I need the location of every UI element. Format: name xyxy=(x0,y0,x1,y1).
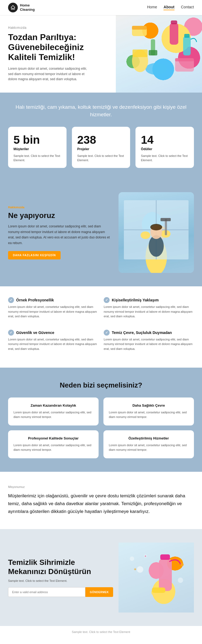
about-image xyxy=(119,192,194,273)
checkmark-icon-1: ✓ xyxy=(105,298,108,302)
about-label: Hakkımızda xyxy=(8,206,110,209)
logo-icon xyxy=(8,3,18,12)
svg-point-4 xyxy=(145,63,167,75)
svg-rect-2 xyxy=(170,23,178,45)
nav-about[interactable]: About xyxy=(163,5,174,10)
hero-section: Hakkımızda Tozdan Parıltıya: Güvenebilec… xyxy=(0,15,202,93)
navbar: Home Cleaning Home About Contact xyxy=(0,0,202,15)
logo: Home Cleaning xyxy=(8,3,35,12)
svg-rect-6 xyxy=(133,50,148,57)
footer-text: Sample text. Click to select the Text El… xyxy=(8,630,194,634)
svg-rect-3 xyxy=(171,20,177,24)
stat-desc-2: Sample text. Click to select the Text El… xyxy=(141,154,189,163)
cta-section: Temizlik Sihrimizle Mekanınızı Dönüştürü… xyxy=(0,529,202,626)
stats-cards: 5 bin Müşteriler Sample text. Click to s… xyxy=(8,127,194,168)
svg-text:✦: ✦ xyxy=(133,567,137,572)
footer: Sample text. Click to select the Text El… xyxy=(0,626,202,638)
mission-text: Müşterilerimiz için olağanüstü, güvenili… xyxy=(8,492,194,516)
about-desc: Lorem ipsum dolor sit amet, consetetur s… xyxy=(8,224,110,246)
checkmark-icon-3: ✓ xyxy=(105,331,108,335)
about-svg xyxy=(119,192,194,273)
svg-point-31 xyxy=(178,578,183,583)
about-section: Hakkımızda Ne yapıyoruz Lorem ipsum dolo… xyxy=(0,179,202,286)
svg-rect-12 xyxy=(184,34,190,38)
stat-card-1: 238 Projeler Sample text. Click to selec… xyxy=(72,127,130,168)
stat-number-0: 5 bin xyxy=(13,134,61,146)
svg-point-28 xyxy=(137,566,143,573)
feature-icon-2: ✓ Güvenlik ve Güvence xyxy=(8,330,98,336)
feature-icon-3: ✓ Temiz Çevre, Suçluluk Duymadan xyxy=(104,330,194,336)
hero-title: Tozdan Parıltıya: Güvenebileceğiniz Kali… xyxy=(8,32,108,62)
hero-desc: Lorem ipsum dolor sit amet, consetetur s… xyxy=(8,66,92,82)
svg-point-29 xyxy=(130,557,134,561)
feature-item-1: ✓ Kişiselleştirilmiş Yaklaşım Lorem ipsu… xyxy=(104,297,194,324)
svg-point-25 xyxy=(180,563,184,566)
why-section: Neden bizi seçmelisiniz? Zaman Kazandıra… xyxy=(0,368,202,472)
why-card-2: Profesyonel Kalitede Sonuçlar Lorem ipsu… xyxy=(8,430,99,458)
feature-desc-2: Lorem ipsum dolor sit amet, consetetur s… xyxy=(8,337,98,351)
why-card-title-2: Profesyonel Kalitede Sonuçlar xyxy=(13,436,93,440)
stat-card-0: 5 bin Müşteriler Sample text. Click to s… xyxy=(8,127,67,168)
feature-title-1: Kişiselleştirilmiş Yaklaşım xyxy=(112,298,159,302)
checkmark-icon-0: ✓ xyxy=(10,298,12,302)
nav-home[interactable]: Home xyxy=(147,5,157,10)
mission-section: Misyonumuz Müşterilerimiz için olağanüst… xyxy=(0,472,202,529)
why-card-title-3: Özelleştirilmiş Hizmetler xyxy=(109,436,189,440)
svg-rect-10 xyxy=(149,50,157,55)
svg-rect-8 xyxy=(175,58,194,61)
stat-card-2: 14 Ödüller Sample text. Click to select … xyxy=(135,127,194,168)
why-card-desc-3: Lorem ipsum dolor sit amet, consetetur s… xyxy=(109,443,189,452)
svg-point-17 xyxy=(141,231,150,239)
email-input[interactable] xyxy=(8,587,85,597)
feature-badge-1: ✓ xyxy=(104,297,110,303)
about-title: Ne yapıyoruz xyxy=(8,211,110,220)
mission-label: Misyonumuz xyxy=(8,485,194,488)
svg-point-22 xyxy=(150,224,162,230)
cta-title: Temizlik Sihrimizle Mekanınızı Dönüştürü… xyxy=(8,558,113,576)
stat-label-1: Projeler xyxy=(77,147,125,151)
features-grid: ✓ Örnek Profesyonellik Lorem ipsum dolor… xyxy=(8,297,194,357)
feature-desc-3: Lorem ipsum dolor sit amet, consetetur s… xyxy=(104,337,194,351)
why-title: Neden bizi seçmelisiniz? xyxy=(8,381,194,389)
features-section: ✓ Örnek Profesyonellik Lorem ipsum dolor… xyxy=(0,286,202,368)
svg-rect-23 xyxy=(159,559,172,591)
cta-left: Temizlik Sihrimizle Mekanınızı Dönüştürü… xyxy=(8,558,119,597)
feature-item-3: ✓ Temiz Çevre, Suçluluk Duymadan Lorem i… xyxy=(104,330,194,357)
hero-left: Hakkımızda Tozdan Parıltıya: Güvenebilec… xyxy=(0,15,116,93)
feature-item-0: ✓ Örnek Profesyonellik Lorem ipsum dolor… xyxy=(8,297,98,324)
why-card-desc-0: Lorem ipsum dolor sit amet, consetetur s… xyxy=(13,410,93,420)
cta-form: GÖNDERMEk xyxy=(8,587,113,597)
cta-svg: ✦ ✦ xyxy=(119,543,194,613)
svg-rect-20 xyxy=(161,218,171,221)
svg-rect-27 xyxy=(152,587,165,593)
why-card-title-1: Daha Sağlıklı Çevre xyxy=(109,403,189,407)
why-card-title-0: Zaman Kazandıran Kolaylık xyxy=(13,403,93,407)
feature-badge-2: ✓ xyxy=(8,330,14,336)
hero-svg xyxy=(116,15,202,85)
feature-icon-1: ✓ Kişiselleştirilmiş Yaklaşım xyxy=(104,297,194,303)
nav-contact[interactable]: Contact xyxy=(181,5,194,10)
stat-number-2: 14 xyxy=(141,134,189,146)
svg-rect-1 xyxy=(132,26,147,30)
why-grid: Zaman Kazandıran Kolaylık Lorem ipsum do… xyxy=(8,397,194,458)
hero-image xyxy=(116,15,202,93)
feature-badge-3: ✓ xyxy=(104,330,110,336)
feature-icon-0: ✓ Örnek Profesyonellik xyxy=(8,297,98,303)
stat-number-1: 238 xyxy=(77,134,125,146)
feature-desc-1: Lorem ipsum dolor sit amet, consetetur s… xyxy=(104,305,194,319)
stats-section: Halı temizliği, cam yıkama, koltuk temiz… xyxy=(0,93,202,179)
svg-rect-19 xyxy=(165,219,167,235)
stat-desc-0: Sample text. Click to select the Text El… xyxy=(13,154,61,163)
stat-desc-1: Sample text. Click to select the Text El… xyxy=(77,154,125,163)
stats-tagline: Halı temizliği, cam yıkama, koltuk temiz… xyxy=(8,103,194,119)
why-card-1: Daha Sağlıklı Çevre Lorem ipsum dolor si… xyxy=(103,397,194,425)
submit-button[interactable]: GÖNDERMEk xyxy=(85,587,113,597)
about-left: Hakkımızda Ne yapıyoruz Lorem ipsum dolo… xyxy=(8,206,119,259)
logo-text: Home Cleaning xyxy=(20,3,35,12)
svg-rect-24 xyxy=(160,554,170,560)
why-card-desc-1: Lorem ipsum dolor sit amet, consetetur s… xyxy=(109,410,189,420)
about-cta-button[interactable]: DAHA FAZLASINI KEŞFEDİN xyxy=(8,251,61,259)
feature-title-0: Örnek Profesyonellik xyxy=(16,298,54,302)
checkmark-icon-2: ✓ xyxy=(10,331,12,335)
nav-links: Home About Contact xyxy=(147,5,194,10)
